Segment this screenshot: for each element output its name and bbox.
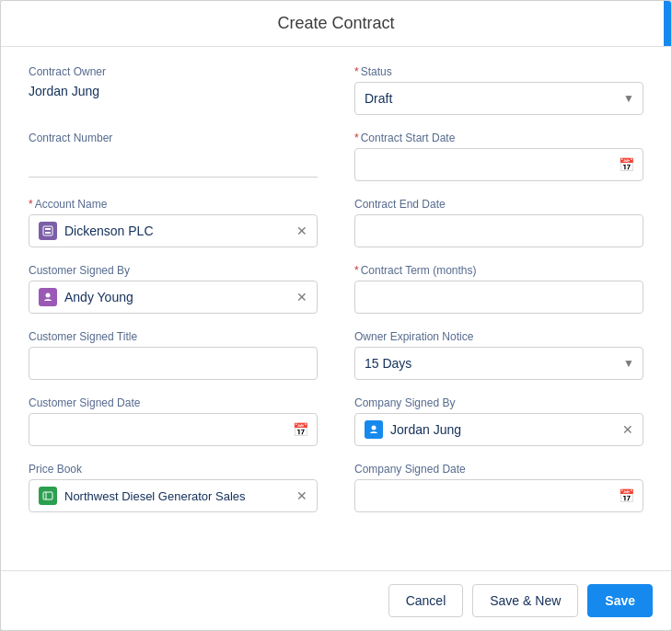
contract-start-date-calendar-icon[interactable]: 📅	[619, 157, 634, 172]
contract-number-label: Contract Number	[29, 132, 318, 144]
status-field: *Status Draft Activated In Approval Proc…	[354, 65, 643, 115]
status-select[interactable]: Draft Activated In Approval Process	[354, 82, 643, 115]
customer-signed-date-input[interactable]: 11/9/2016	[29, 413, 318, 446]
owner-expiration-select-wrapper: 15 Days 30 Days 45 Days 60 Days 90 Days …	[354, 347, 643, 380]
contract-term-label: *Contract Term (months)	[354, 264, 643, 277]
company-signed-by-value: Jordan Jung	[390, 422, 615, 437]
contract-owner-label: Contract Owner	[29, 65, 318, 78]
svg-point-4	[372, 426, 377, 430]
contract-end-date-field: Contract End Date	[354, 198, 643, 247]
modal-header: Create Contract	[1, 1, 671, 47]
modal-footer: Cancel Save & New Save	[1, 570, 671, 630]
contract-term-input[interactable]: 12	[354, 281, 643, 314]
account-name-lookup[interactable]: Dickenson PLC ✕	[29, 214, 318, 247]
customer-signed-date-field: Customer Signed Date 11/9/2016 📅	[29, 396, 318, 446]
cancel-button[interactable]: Cancel	[388, 584, 464, 617]
contract-number-field: Contract Number	[29, 132, 318, 181]
svg-rect-0	[43, 226, 52, 235]
company-signed-by-lookup[interactable]: Jordan Jung ✕	[354, 413, 643, 446]
account-name-icon	[39, 222, 57, 240]
price-book-icon	[39, 487, 57, 505]
company-signed-date-calendar-icon[interactable]: 📅	[619, 488, 634, 503]
price-book-field: Price Book Northwest Diesel Generator Sa…	[29, 463, 318, 512]
owner-expiration-select[interactable]: 15 Days 30 Days 45 Days 60 Days 90 Days	[354, 347, 643, 380]
account-name-clear-icon[interactable]: ✕	[296, 224, 307, 238]
price-book-value: Northwest Diesel Generator Sales	[64, 489, 289, 503]
price-book-label: Price Book	[29, 463, 318, 476]
company-signed-date-field: Company Signed Date 📅	[354, 463, 643, 512]
create-contract-modal: Create Contract Contract Owner Jordan Ju…	[0, 0, 672, 631]
status-select-wrapper: Draft Activated In Approval Process ▼	[354, 82, 643, 115]
contract-number-input[interactable]	[29, 148, 318, 178]
save-new-button[interactable]: Save & New	[472, 584, 578, 617]
modal-title: Create Contract	[19, 14, 653, 33]
contract-term-field: *Contract Term (months) 12	[354, 264, 643, 314]
customer-signed-by-value: Andy Young	[64, 290, 289, 304]
customer-signed-by-clear-icon[interactable]: ✕	[296, 290, 307, 304]
save-button[interactable]: Save	[587, 584, 653, 617]
customer-signed-date-wrapper: 11/9/2016 📅	[29, 413, 318, 446]
contract-start-date-label: *Contract Start Date	[354, 132, 643, 144]
customer-signed-by-label: Customer Signed By	[29, 264, 318, 277]
account-name-field: *Account Name Dickenson PLC ✕	[29, 198, 318, 247]
svg-rect-1	[45, 228, 51, 230]
company-signed-by-icon	[365, 420, 383, 439]
customer-signed-title-field: Customer Signed Title CFO	[29, 330, 318, 380]
contract-owner-value: Jordan Jung	[29, 82, 318, 100]
svg-rect-2	[45, 232, 51, 234]
price-book-clear-icon[interactable]: ✕	[296, 488, 307, 503]
company-signed-by-clear-icon[interactable]: ✕	[622, 422, 633, 437]
svg-rect-5	[43, 492, 52, 499]
svg-point-3	[46, 293, 51, 298]
company-signed-date-input[interactable]	[354, 479, 643, 512]
account-name-label: *Account Name	[29, 198, 318, 211]
contract-start-date-field: *Contract Start Date 11/9/2016 📅	[354, 132, 643, 181]
owner-expiration-notice-field: Owner Expiration Notice 15 Days 30 Days …	[354, 330, 643, 380]
status-required-mark: *	[354, 65, 359, 78]
modal-body: Contract Owner Jordan Jung *Status Draft…	[1, 47, 671, 570]
customer-signed-title-label: Customer Signed Title	[29, 330, 318, 343]
contract-start-date-input[interactable]: 11/9/2016	[354, 148, 643, 181]
company-signed-by-field: Company Signed By Jordan Jung ✕	[354, 396, 643, 446]
contract-end-date-label: Contract End Date	[354, 198, 643, 211]
owner-expiration-notice-label: Owner Expiration Notice	[354, 330, 643, 343]
customer-signed-date-calendar-icon[interactable]: 📅	[293, 422, 308, 437]
contract-end-date-wrapper	[354, 214, 643, 247]
customer-signed-title-input[interactable]: CFO	[29, 347, 318, 380]
contract-owner-field: Contract Owner Jordan Jung	[29, 65, 318, 115]
contract-end-date-input[interactable]	[354, 214, 643, 247]
account-name-value: Dickenson PLC	[64, 224, 289, 238]
status-label: *Status	[354, 65, 643, 78]
contract-start-date-wrapper: 11/9/2016 📅	[354, 148, 643, 181]
blue-accent-bar	[664, 1, 671, 46]
customer-signed-by-lookup[interactable]: Andy Young ✕	[29, 281, 318, 314]
company-signed-by-label: Company Signed By	[354, 396, 643, 409]
customer-signed-by-icon	[39, 288, 57, 306]
price-book-lookup[interactable]: Northwest Diesel Generator Sales ✕	[29, 479, 318, 512]
customer-signed-by-field: Customer Signed By Andy Young ✕	[29, 264, 318, 314]
form-grid: Contract Owner Jordan Jung *Status Draft…	[29, 65, 643, 512]
customer-signed-date-label: Customer Signed Date	[29, 396, 318, 409]
company-signed-date-label: Company Signed Date	[354, 463, 643, 476]
company-signed-date-wrapper: 📅	[354, 479, 643, 512]
